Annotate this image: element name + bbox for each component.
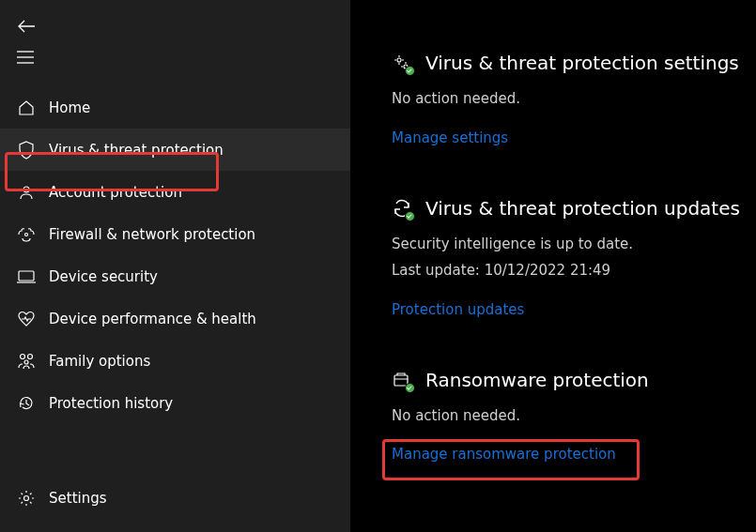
sidebar-item-label: Device security	[49, 268, 158, 285]
sidebar-bottom: Settings	[0, 477, 350, 532]
hamburger-icon	[17, 51, 34, 64]
svg-point-7	[21, 354, 25, 358]
section-updates: Virus & threat protection updates Securi…	[392, 197, 756, 318]
sidebar-item-account[interactable]: Account protection	[0, 171, 350, 213]
arrow-left-icon	[17, 19, 36, 34]
status-text: No action needed.	[392, 85, 756, 113]
section-settings: Virus & threat protection settings No ac…	[392, 52, 756, 146]
sidebar-item-label: Virus & threat protection	[49, 142, 224, 159]
back-button[interactable]	[0, 0, 350, 34]
settings-section-icon	[392, 53, 412, 73]
sidebar-item-home[interactable]: Home	[0, 86, 350, 129]
sidebar-item-label: Account protection	[49, 184, 182, 201]
section-title: Virus & threat protection updates	[425, 197, 740, 220]
family-icon	[17, 352, 36, 371]
content-area: Virus & threat protection settings No ac…	[350, 0, 756, 532]
sidebar-item-label: Family options	[49, 353, 150, 370]
svg-point-11	[397, 58, 401, 62]
svg-rect-5	[19, 271, 34, 281]
section-title: Virus & threat protection settings	[425, 52, 739, 74]
account-icon	[17, 183, 36, 202]
sidebar-item-device-security[interactable]: Device security	[0, 255, 350, 297]
history-icon	[17, 394, 36, 413]
updates-section-icon	[392, 198, 412, 219]
protection-updates-link[interactable]: Protection updates	[392, 301, 524, 318]
firewall-icon	[17, 225, 36, 244]
sidebar-item-protection-history[interactable]: Protection history	[0, 382, 350, 424]
last-update-text: Last update: 10/12/2022 21:49	[392, 257, 756, 284]
section-ransomware: Ransomware protection No action needed. …	[392, 369, 756, 464]
heart-icon	[17, 310, 36, 328]
sidebar-item-family[interactable]: Family options	[0, 340, 350, 382]
sidebar-item-settings[interactable]: Settings	[0, 477, 350, 519]
svg-point-3	[23, 187, 29, 192]
svg-point-9	[24, 360, 28, 364]
sidebar-item-label: Device performance & health	[49, 311, 256, 327]
ransomware-section-icon	[392, 370, 412, 390]
sidebar-item-performance-health[interactable]: Device performance & health	[0, 297, 350, 340]
manage-settings-link[interactable]: Manage settings	[392, 129, 508, 146]
sidebar: Home Virus & threat protection Account p…	[0, 0, 350, 532]
sidebar-item-label: Settings	[49, 490, 107, 507]
sidebar-item-label: Protection history	[49, 395, 173, 412]
sidebar-item-firewall[interactable]: Firewall & network protection	[0, 213, 350, 255]
sidebar-item-virus-threat[interactable]: Virus & threat protection	[0, 129, 350, 171]
shield-icon	[17, 141, 36, 160]
svg-point-4	[25, 233, 28, 236]
section-title: Ransomware protection	[425, 369, 649, 391]
manage-ransomware-link[interactable]: Manage ransomware protection	[392, 446, 616, 463]
menu-button[interactable]	[0, 34, 350, 64]
sidebar-item-label: Firewall & network protection	[49, 226, 255, 243]
svg-point-8	[28, 354, 33, 358]
sidebar-item-label: Home	[49, 99, 90, 116]
nav-list: Home Virus & threat protection Account p…	[0, 79, 350, 477]
status-text: Security intelligence is up to date.	[392, 231, 756, 258]
device-icon	[17, 267, 36, 286]
home-icon	[17, 99, 36, 117]
status-text: No action needed.	[392, 403, 756, 430]
gear-icon	[17, 489, 36, 508]
svg-point-10	[24, 495, 29, 500]
